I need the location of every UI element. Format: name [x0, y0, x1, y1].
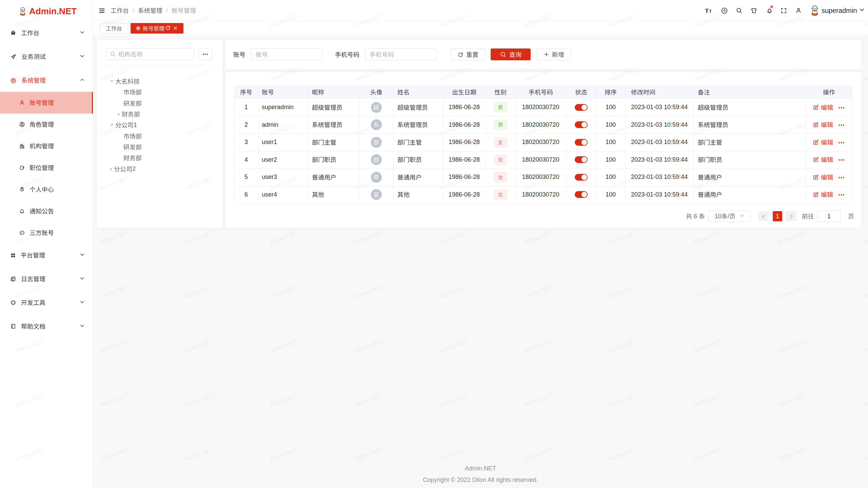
svg-text:Admin.NET: Admin.NET: [693, 284, 723, 300]
svg-text:Admin.NET: Admin.NET: [99, 284, 129, 300]
svg-text:Admin.NET: Admin.NET: [269, 338, 299, 354]
svg-text:Admin.NET: Admin.NET: [862, 229, 868, 246]
svg-text:Admin.NET: Admin.NET: [862, 392, 868, 408]
svg-text:Admin.NET: Admin.NET: [354, 229, 383, 246]
svg-text:Admin.NET: Admin.NET: [269, 446, 299, 463]
svg-text:Admin.NET: Admin.NET: [438, 446, 468, 463]
svg-text:Admin.NET: Admin.NET: [862, 121, 868, 137]
svg-text:Admin.NET: Admin.NET: [608, 392, 638, 408]
svg-text:Admin.NET: Admin.NET: [269, 392, 299, 408]
svg-text:Admin.NET: Admin.NET: [99, 229, 129, 246]
svg-text:Admin.NET: Admin.NET: [862, 284, 868, 300]
svg-text:Admin.NET: Admin.NET: [438, 392, 468, 408]
svg-text:Admin.NET: Admin.NET: [99, 338, 129, 354]
svg-text:Admin.NET: Admin.NET: [693, 229, 723, 246]
svg-text:Admin.NET: Admin.NET: [608, 284, 638, 300]
svg-text:T: T: [705, 7, 709, 14]
svg-text:Admin.NET: Admin.NET: [523, 284, 553, 300]
svg-text:Admin.NET: Admin.NET: [777, 338, 807, 354]
svg-text:Admin.NET: Admin.NET: [354, 392, 383, 408]
svg-text:Admin.NET: Admin.NET: [269, 229, 299, 246]
svg-text:Admin.NET: Admin.NET: [608, 338, 638, 354]
svg-text:Admin.NET: Admin.NET: [523, 229, 553, 246]
svg-text:T: T: [709, 9, 712, 14]
svg-text:Admin.NET: Admin.NET: [354, 338, 383, 354]
svg-text:Admin.NET: Admin.NET: [777, 446, 807, 463]
svg-text:Admin.NET: Admin.NET: [608, 446, 638, 463]
svg-text:Admin.NET: Admin.NET: [184, 284, 214, 300]
svg-text:Admin.NET: Admin.NET: [777, 392, 807, 408]
svg-text:Admin.NET: Admin.NET: [777, 284, 807, 300]
svg-text:Admin.NET: Admin.NET: [184, 229, 214, 246]
svg-text:Admin.NET: Admin.NET: [184, 338, 214, 354]
svg-text:Admin.NET: Admin.NET: [269, 284, 299, 300]
svg-text:Admin.NET: Admin.NET: [184, 392, 214, 408]
svg-text:Admin.NET: Admin.NET: [862, 338, 868, 354]
svg-text:Admin.NET: Admin.NET: [523, 446, 553, 463]
svg-text:Admin.NET: Admin.NET: [862, 67, 868, 83]
svg-text:Admin.NET: Admin.NET: [99, 446, 129, 463]
svg-text:Admin.NET: Admin.NET: [862, 446, 868, 463]
svg-text:Admin.NET: Admin.NET: [523, 392, 553, 408]
svg-text:Admin.NET: Admin.NET: [354, 446, 383, 463]
svg-text:Admin.NET: Admin.NET: [438, 338, 468, 354]
svg-text:Admin.NET: Admin.NET: [777, 229, 807, 246]
svg-text:Admin.NET: Admin.NET: [99, 392, 129, 408]
svg-text:Admin.NET: Admin.NET: [523, 338, 553, 354]
svg-text:Admin.NET: Admin.NET: [862, 175, 868, 191]
svg-text:Admin.NET: Admin.NET: [438, 229, 468, 246]
svg-text:Admin.NET: Admin.NET: [438, 284, 468, 300]
svg-text:Admin.NET: Admin.NET: [693, 338, 723, 354]
svg-text:Admin.NET: Admin.NET: [693, 392, 723, 408]
svg-text:Admin.NET: Admin.NET: [354, 284, 383, 300]
svg-text:Admin.NET: Admin.NET: [184, 446, 214, 463]
svg-text:Admin.NET: Admin.NET: [693, 446, 723, 463]
svg-text:Admin.NET: Admin.NET: [608, 229, 638, 246]
